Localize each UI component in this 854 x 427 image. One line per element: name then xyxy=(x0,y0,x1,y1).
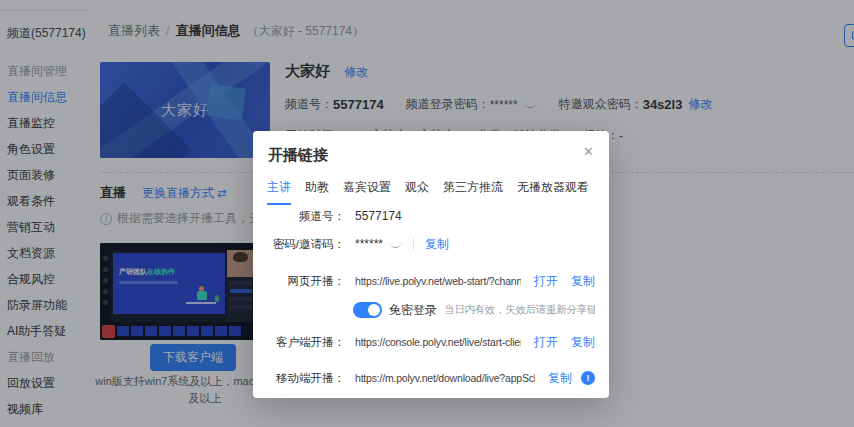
web-broadcast-row: 网页开播： https://live.polyv.net/web-start/?… xyxy=(261,271,595,291)
mobile-broadcast-url: https://m.polyv.net/download/live?appSch… xyxy=(355,372,535,384)
mobile-broadcast-row: 移动端开播： https://m.polyv.net/download/live… xyxy=(261,368,595,388)
passwordless-login-label: 免密登录 xyxy=(389,302,437,319)
vertical-divider xyxy=(413,238,414,250)
client-broadcast-url: https://console.polyv.net/live/start-cli… xyxy=(355,336,521,348)
copy-mobile-broadcast-link[interactable]: 复制 xyxy=(548,370,572,387)
web-broadcast-url: https://live.polyv.net/web-start/?channe… xyxy=(355,275,521,287)
open-web-broadcast-link[interactable]: 打开 xyxy=(534,273,558,290)
broadcast-link-dialog: 开播链接 ✕ 主讲 助教 嘉宾设置 观众 第三方推流 无播放器观看 频道号： 5… xyxy=(253,131,609,398)
copy-web-broadcast-link[interactable]: 复制 xyxy=(571,273,595,290)
tab-presenter[interactable]: 主讲 xyxy=(267,179,291,205)
web-broadcast-label: 网页开播： xyxy=(261,274,345,289)
client-broadcast-label: 客户端开播： xyxy=(261,335,345,350)
copy-password-link[interactable]: 复制 xyxy=(425,236,449,253)
open-client-broadcast-link[interactable]: 打开 xyxy=(534,334,558,351)
passwordless-login-hint: 当日内有效，失效后请重新分享链接，或输入密码登录 xyxy=(444,303,595,317)
password-value: ****** xyxy=(355,237,383,251)
password-label: 密码/邀请码： xyxy=(261,237,345,252)
tab-audience[interactable]: 观众 xyxy=(405,179,429,205)
channel-number-row: 频道号： 5577174 xyxy=(261,206,595,226)
channel-number-label: 频道号： xyxy=(261,209,345,224)
passwordless-login-row: 免密登录 当日内有效，失效后请重新分享链接，或输入密码登录 xyxy=(261,300,595,320)
mobile-broadcast-label: 移动端开播： xyxy=(261,371,345,386)
client-broadcast-row: 客户端开播： https://console.polyv.net/live/st… xyxy=(261,332,595,352)
password-row: 密码/邀请码： ****** 复制 xyxy=(261,234,595,254)
exclamation-circle-icon[interactable]: ! xyxy=(581,371,595,385)
tab-assistant[interactable]: 助教 xyxy=(305,179,329,205)
eye-closed-icon[interactable] xyxy=(389,241,402,248)
passwordless-login-toggle[interactable] xyxy=(353,302,382,318)
close-icon[interactable]: ✕ xyxy=(583,144,594,159)
dialog-title: 开播链接 xyxy=(268,146,328,165)
tab-third-party-push[interactable]: 第三方推流 xyxy=(443,179,503,205)
tab-guest-settings[interactable]: 嘉宾设置 xyxy=(343,179,391,205)
tab-no-player-watch[interactable]: 无播放器观看 xyxy=(517,179,589,205)
copy-client-broadcast-link[interactable]: 复制 xyxy=(571,334,595,351)
dialog-tabs: 主讲 助教 嘉宾设置 观众 第三方推流 无播放器观看 xyxy=(267,179,589,205)
channel-number-value: 5577174 xyxy=(355,209,402,223)
